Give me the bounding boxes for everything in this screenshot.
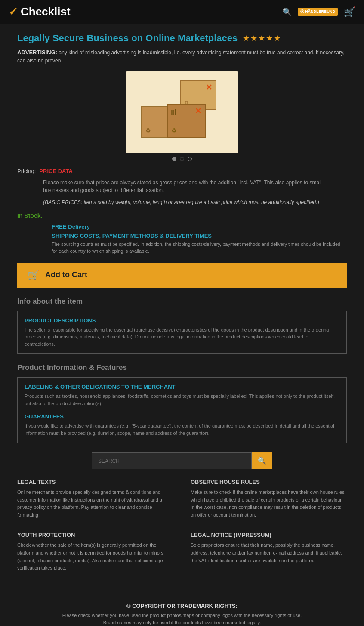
page-title-row: Legally Secure Business on Online Market…: [17, 33, 347, 44]
box-front-x-icon: ✕: [195, 106, 201, 116]
main-content: Legally Secure Business on Online Market…: [0, 24, 364, 594]
house-rules-text: Make sure to check if the online marketp…: [191, 489, 347, 519]
in-stock-label: In Stock.: [17, 212, 347, 219]
search-row: 🔍: [92, 452, 272, 469]
header: ✓ Checklist 🔍 Ⓗ HÄNDLERBUND 🛒: [0, 0, 364, 24]
add-to-cart-button[interactable]: 🛒 Add to Cart: [17, 263, 347, 288]
shipping-description: The sourcing countries must be specified…: [52, 241, 347, 255]
haendlerbund-badge[interactable]: Ⓗ HÄNDLERBUND: [298, 8, 338, 16]
guarantees-title: GUARANTEES: [25, 413, 339, 420]
copyright-text1: Please check whether you have used the p…: [17, 612, 347, 620]
legal-notice-title: LEGAL NOTICE (IMPRESSUM): [191, 532, 347, 538]
cart-icon[interactable]: 🛒: [344, 6, 355, 18]
legal-texts-text: Online merchants provide specially desig…: [17, 489, 173, 519]
carousel-dots: [17, 157, 347, 161]
shipping-title: SHIPPING COSTS, PAYMENT METHODS & DELIVE…: [52, 232, 347, 239]
advertising-text: ADVERTISING: any kind of misleading adve…: [17, 48, 347, 65]
search-icon[interactable]: 🔍: [282, 7, 292, 17]
pricing-row: Pricing: PRICE DATA: [17, 168, 347, 174]
add-to-cart-label: Add to Cart: [45, 270, 87, 279]
logo-text: Checklist: [21, 5, 71, 19]
box-front: ✕ ♻ |||: [167, 104, 206, 138]
product-carousel: ✕ ♻ ✕ ♻ ✕ ♻ |||: [17, 71, 347, 161]
dot-2[interactable]: [180, 157, 184, 161]
product-desc-text: The seller is responsible for specifying…: [25, 326, 339, 348]
house-rules-title: OBSERVE HOUSE RULES: [191, 479, 347, 485]
house-rules-item: OBSERVE HOUSE RULES Make sure to check i…: [191, 479, 347, 519]
advertising-body: any kind of misleading advertising is in…: [17, 50, 345, 64]
product-info-heading: Product Information & Features: [17, 363, 347, 372]
bottom-grid: LEGAL TEXTS Online merchants provide spe…: [17, 479, 347, 572]
youth-protection-text: Check whether the sale of the item(s) is…: [17, 542, 173, 572]
advertising-label: ADVERTISING:: [17, 49, 57, 56]
legal-notice-text: Sole proprietors ensure that their name,…: [191, 542, 347, 564]
page-title: Legally Secure Business on Online Market…: [17, 33, 238, 44]
box-x-icon: ✕: [206, 83, 212, 92]
header-right: 🔍 Ⓗ HÄNDLERBUND 🛒: [282, 6, 356, 18]
search-button[interactable]: 🔍: [252, 452, 272, 469]
logo: ✓ Checklist: [9, 5, 71, 19]
legal-texts-item: LEGAL TEXTS Online merchants provide spe…: [17, 479, 173, 519]
carousel-image: ✕ ♻ ✕ ♻ ✕ ♻ |||: [126, 71, 238, 153]
pricing-label: Pricing:: [17, 168, 36, 174]
product-desc-title: PRODUCT DESCRIPTIONS: [25, 317, 339, 324]
product-info-box: LABELING & OTHER OBLIGATIONS TO THE MERC…: [17, 377, 347, 443]
legal-notice-item: LEGAL NOTICE (IMPRESSUM) Sole proprietor…: [191, 532, 347, 572]
dot-1[interactable]: [172, 157, 176, 161]
free-delivery-label: FREE Delivery: [52, 223, 347, 230]
info-section-heading: Info about the item: [17, 297, 347, 306]
labeling-text: Products such as textiles, household app…: [25, 393, 339, 407]
cart-btn-icon: 🛒: [28, 270, 39, 281]
copyright-title: © COPYRIGHT OR TRADEMARK RIGHTS:: [17, 603, 347, 609]
youth-protection-item: YOUTH PROTECTION Check whether the sale …: [17, 532, 173, 572]
star-rating: ★★★★★: [243, 34, 281, 43]
product-descriptions-box: PRODUCT DESCRIPTIONS The seller is respo…: [17, 311, 347, 354]
guarantees-text: If you would like to advertise with guar…: [25, 422, 339, 437]
dot-3[interactable]: [188, 157, 192, 161]
pricing-value: PRICE DATA: [39, 168, 73, 174]
labeling-title: LABELING & OTHER OBLIGATIONS TO THE MERC…: [25, 384, 339, 390]
legal-texts-title: LEGAL TEXTS: [17, 479, 173, 485]
copyright-section: © COPYRIGHT OR TRADEMARK RIGHTS: Please …: [0, 594, 364, 626]
logo-check-icon: ✓: [9, 5, 18, 19]
pricing-description: Please make sure that prices are always …: [43, 179, 347, 194]
youth-protection-title: YOUTH PROTECTION: [17, 532, 173, 538]
search-input[interactable]: [92, 452, 252, 469]
copyright-text2: Brand names may only be used if the prod…: [17, 619, 347, 626]
basic-prices-text: (BASIC PRICES: items sold by weight, vol…: [43, 198, 347, 206]
